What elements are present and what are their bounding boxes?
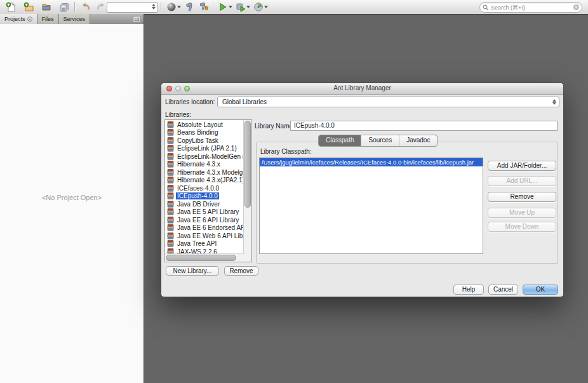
combo-stepper-icon xyxy=(152,4,156,10)
library-books-icon xyxy=(167,121,174,128)
run-icon[interactable] xyxy=(217,1,229,13)
cancel-button[interactable]: Cancel xyxy=(488,285,518,295)
search-input[interactable]: Search (⌘+I) ✕ xyxy=(479,2,582,13)
libraries-list[interactable]: Absolute LayoutBeans BindingCopyLibs Tas… xyxy=(164,119,252,262)
open-project-icon[interactable] xyxy=(41,1,52,13)
ok-button[interactable]: OK xyxy=(523,285,558,295)
library-books-icon xyxy=(167,185,174,192)
scrollbar-corner xyxy=(244,254,251,262)
library-list-item[interactable]: Java DB Driver xyxy=(165,200,244,208)
collapse-panel-button[interactable] xyxy=(133,16,141,23)
explorer-tab-services[interactable]: Services xyxy=(59,14,91,24)
no-project-message: <No Project Open> xyxy=(0,194,144,201)
debug-caret-icon[interactable] xyxy=(246,6,250,8)
explorer-tab-files[interactable]: Files xyxy=(37,14,59,24)
library-books-icon xyxy=(167,145,174,152)
library-books-icon xyxy=(167,169,174,176)
library-list-item[interactable]: Java EE 6 API Library xyxy=(165,216,244,224)
horizontal-scrollbar[interactable] xyxy=(165,253,244,262)
search-clear-icon[interactable]: ✕ xyxy=(573,4,579,10)
library-books-icon xyxy=(167,232,174,239)
library-item-label: CopyLibs Task xyxy=(176,137,220,144)
library-books-icon xyxy=(167,224,174,231)
tab-javadoc[interactable]: Javadoc xyxy=(399,135,437,146)
deploy-sphere-icon[interactable] xyxy=(166,1,177,13)
library-item-label: EclipseLink (JPA 2.1) xyxy=(176,145,238,152)
explorer-panel: Projects✕FilesServices <No Project Open> xyxy=(0,14,144,383)
vertical-scrollbar[interactable] xyxy=(243,120,251,254)
library-list-item[interactable]: Beans Binding xyxy=(165,129,244,137)
libraries-label: Libraries: xyxy=(165,111,191,118)
classpath-groupbox: Library Classpath: /Users/jguglielmin/ic… xyxy=(256,142,558,264)
library-list-item[interactable]: EclipseLink (JPA 2.1) xyxy=(165,145,244,153)
move-down-button: Move Down xyxy=(488,222,556,232)
build-icon[interactable] xyxy=(184,1,196,13)
library-item-label: Java Tree API xyxy=(176,240,218,247)
library-item-label: Java EE 6 Endorsed API xyxy=(176,224,244,231)
help-button[interactable]: Help xyxy=(453,285,484,295)
library-list-item[interactable]: EclipseLink-ModelGen (J xyxy=(165,152,244,161)
library-list-item[interactable]: Java Tree API xyxy=(165,240,244,248)
library-list-item[interactable]: ICEfaces-4.0.0 xyxy=(165,184,244,192)
tab-classpath[interactable]: Classpath xyxy=(319,135,361,146)
undo-icon[interactable] xyxy=(80,1,91,13)
new-file-icon[interactable] xyxy=(5,1,17,13)
library-list-item[interactable]: Java EE 6 Endorsed API xyxy=(165,224,244,232)
libraries-location-select[interactable]: Global Libraries xyxy=(217,97,559,107)
search-icon xyxy=(483,4,489,11)
main-toolbar: Search (⌘+I) ✕ xyxy=(0,0,588,15)
remove-library-button[interactable]: Remove xyxy=(224,266,258,276)
classpath-sources-javadoc-tabs: ClasspathSourcesJavadoc xyxy=(318,135,438,147)
toolbar-separator xyxy=(161,2,161,12)
ide-screen: Search (⌘+I) ✕ Projects✕FilesServices <N… xyxy=(0,0,588,383)
library-list-item[interactable]: CopyLibs Task xyxy=(165,137,244,145)
library-item-label: Java EE Web 6 API Libra xyxy=(176,232,244,239)
tab-sources[interactable]: Sources xyxy=(361,135,399,146)
library-list-item[interactable]: ICEpush-4.0.0 xyxy=(165,192,244,201)
library-list-item[interactable]: Java EE 5 API Library xyxy=(165,208,244,217)
remove-button[interactable]: Remove xyxy=(488,192,556,202)
combo-stepper-icon xyxy=(552,99,556,105)
add-jar-folder-button[interactable]: Add JAR/Folder... xyxy=(488,161,556,171)
library-name-label: Library Name: xyxy=(255,123,295,130)
library-books-icon xyxy=(167,208,174,215)
tab-label: Files xyxy=(42,16,54,22)
library-list-item[interactable]: Absolute Layout xyxy=(165,121,244,129)
library-list-item[interactable]: Hibernate 4.3.x xyxy=(165,161,244,169)
library-list-item[interactable]: Hibernate 4.3.x(JPA2.1) xyxy=(165,177,244,185)
library-item-label: Hibernate 4.3.x(JPA2.1) xyxy=(176,177,244,184)
close-tab-icon[interactable]: ✕ xyxy=(27,17,32,22)
library-name-input[interactable]: ICEpush-4.0.0 xyxy=(290,121,558,131)
classpath-list[interactable]: /Users/jguglielmin/icefaces/Releases/ICE… xyxy=(259,158,483,254)
add-url-button: Add URL... xyxy=(488,176,556,186)
debug-icon[interactable] xyxy=(235,1,246,13)
profile-icon[interactable] xyxy=(253,1,264,13)
dialog-titlebar[interactable]: Ant Library Manager xyxy=(161,83,563,95)
save-all-icon[interactable] xyxy=(58,1,70,13)
new-library-button[interactable]: New Library... xyxy=(166,266,219,276)
library-item-label: Beans Binding xyxy=(176,129,220,136)
classpath-entry[interactable]: /Users/jguglielmin/icefaces/Releases/ICE… xyxy=(260,158,483,166)
library-item-label: Java EE 6 API Library xyxy=(176,217,240,224)
explorer-tab-projects[interactable]: Projects✕ xyxy=(0,14,37,24)
deploy-caret-icon[interactable] xyxy=(177,6,181,8)
configuration-combo[interactable] xyxy=(107,2,158,13)
library-item-label: ICEpush-4.0.0 xyxy=(176,192,219,199)
redo-icon[interactable] xyxy=(95,1,107,13)
library-item-label: EclipseLink-ModelGen (J xyxy=(176,153,244,160)
move-up-button: Move Up xyxy=(488,208,556,218)
dialog-title: Ant Library Manager xyxy=(161,84,563,91)
new-project-icon[interactable] xyxy=(23,1,34,13)
library-list-item[interactable]: Hibernate 4.3.x Modelg xyxy=(165,168,244,177)
explorer-tabstrip: Projects✕FilesServices xyxy=(0,14,144,24)
run-caret-icon[interactable] xyxy=(229,6,232,8)
profile-caret-icon[interactable] xyxy=(264,6,268,8)
libraries-location-value: Global Libraries xyxy=(222,98,267,105)
clean-build-icon[interactable] xyxy=(199,1,210,13)
library-item-label: Java DB Driver xyxy=(176,201,221,208)
library-classpath-label: Library Classpath: xyxy=(260,148,312,155)
library-books-icon xyxy=(167,177,174,184)
library-item-label: Hibernate 4.3.x Modelg xyxy=(176,169,244,176)
library-list-item[interactable]: Java EE Web 6 API Libra xyxy=(165,232,244,240)
ant-library-manager-dialog: Ant Library Manager Libraries location: … xyxy=(161,83,564,297)
